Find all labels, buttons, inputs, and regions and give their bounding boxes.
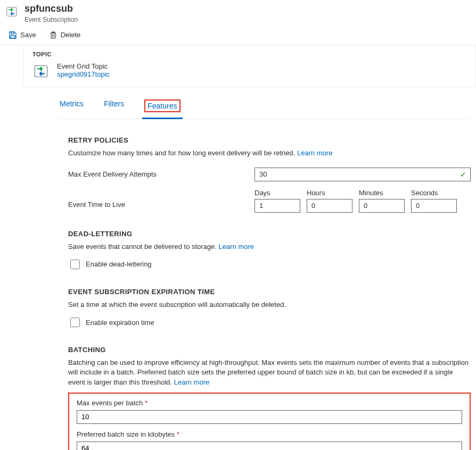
ttl-days-col: Days bbox=[255, 189, 300, 213]
page-subtitle: Event Subscription bbox=[24, 16, 78, 23]
svg-rect-2 bbox=[11, 36, 15, 38]
topic-link[interactable]: spegrid0917topic bbox=[57, 70, 110, 78]
retry-policies-section: RETRY POLICIES Customize how many times … bbox=[58, 136, 471, 213]
ttl-label: Event Time to Live bbox=[68, 189, 255, 209]
expiration-section: EVENT SUBSCRIPTION EXPIRATION TIME Set a… bbox=[58, 288, 471, 329]
topic-type: Event Grid Topic bbox=[57, 62, 110, 70]
tab-filters[interactable]: Filters bbox=[102, 96, 126, 119]
page-title: spfuncsub bbox=[24, 3, 78, 15]
batching-desc: Batching can be used to improve efficien… bbox=[68, 358, 471, 387]
max-attempts-label: Max Event Delivery Attempts bbox=[68, 170, 255, 178]
expiration-checkbox-label: Enable expiration time bbox=[86, 319, 154, 327]
ttl-days-label: Days bbox=[255, 189, 300, 197]
delete-icon bbox=[49, 31, 58, 39]
topic-section-label: TOPIC bbox=[32, 51, 467, 57]
eventgrid-icon bbox=[5, 5, 18, 18]
expiration-desc: Set a time at which the event subscripti… bbox=[68, 300, 471, 310]
deadletter-checkbox-row: Enable dead-lettering bbox=[68, 258, 471, 271]
topic-card: TOPIC Event Grid Topic spegrid0917topic bbox=[23, 45, 476, 87]
deadletter-section: DEAD-LETTERING Save events that cannot b… bbox=[58, 230, 471, 271]
expiration-checkbox-row: Enable expiration time bbox=[68, 316, 471, 329]
deadletter-learn-more-link[interactable]: Learn more bbox=[219, 243, 254, 251]
deadletter-desc: Save events that cannot be delivered to … bbox=[68, 242, 471, 252]
ttl-minutes-label: Minutes bbox=[359, 189, 405, 197]
topic-text: Event Grid Topic spegrid0917topic bbox=[57, 62, 110, 78]
page-header: spfuncsub Event Subscription bbox=[0, 0, 476, 28]
ttl-hours-input[interactable] bbox=[307, 199, 352, 213]
batching-title: BATCHING bbox=[68, 346, 471, 354]
max-events-input[interactable] bbox=[77, 410, 462, 424]
ttl-minutes-col: Minutes bbox=[359, 189, 405, 213]
svg-rect-1 bbox=[11, 32, 14, 34]
save-button[interactable]: Save bbox=[6, 30, 38, 40]
svg-rect-3 bbox=[51, 33, 55, 38]
retry-title: RETRY POLICIES bbox=[68, 136, 471, 144]
deadletter-checkbox[interactable] bbox=[70, 260, 80, 269]
tab-bar: Metrics Filters Features bbox=[58, 96, 471, 119]
batch-size-label: Preferred batch size in kilobytes * bbox=[77, 430, 462, 438]
expiration-title: EVENT SUBSCRIPTION EXPIRATION TIME bbox=[68, 288, 471, 296]
batching-highlight-box: Max events per batch * Preferred batch s… bbox=[68, 393, 471, 450]
deadletter-checkbox-label: Enable dead-lettering bbox=[86, 260, 152, 268]
batching-section: BATCHING Batching can be used to improve… bbox=[58, 346, 471, 450]
retry-desc: Customize how many times and for how lon… bbox=[68, 148, 471, 158]
max-attempts-wrapper bbox=[255, 168, 471, 181]
batch-size-input[interactable] bbox=[77, 441, 462, 450]
max-events-label: Max events per batch * bbox=[77, 399, 462, 407]
max-events-group: Max events per batch * bbox=[77, 399, 462, 424]
ttl-hours-col: Hours bbox=[307, 189, 352, 213]
tab-metrics[interactable]: Metrics bbox=[58, 96, 86, 119]
max-attempts-row: Max Event Delivery Attempts bbox=[68, 168, 471, 181]
delete-button[interactable]: Delete bbox=[47, 30, 83, 40]
tab-features-label: Features bbox=[144, 99, 180, 112]
ttl-hours-label: Hours bbox=[307, 189, 352, 197]
ttl-seconds-label: Seconds bbox=[411, 189, 457, 197]
command-bar: Save Delete bbox=[0, 28, 476, 45]
ttl-row: Event Time to Live Days Hours Minutes Se… bbox=[68, 189, 471, 213]
title-block: spfuncsub Event Subscription bbox=[24, 3, 78, 23]
required-asterisk: * bbox=[145, 399, 147, 407]
ttl-minutes-input[interactable] bbox=[359, 199, 405, 213]
batch-size-group: Preferred batch size in kilobytes * bbox=[77, 430, 462, 450]
expiration-checkbox[interactable] bbox=[70, 318, 80, 327]
deadletter-title: DEAD-LETTERING bbox=[68, 230, 471, 238]
ttl-seconds-input[interactable] bbox=[411, 199, 457, 213]
delete-label: Delete bbox=[61, 31, 81, 39]
main-content: Metrics Filters Features RETRY POLICIES … bbox=[0, 87, 476, 450]
batching-learn-more-link[interactable]: Learn more bbox=[174, 378, 209, 386]
save-icon bbox=[9, 31, 17, 39]
retry-learn-more-link[interactable]: Learn more bbox=[297, 149, 332, 157]
save-label: Save bbox=[20, 31, 36, 39]
ttl-seconds-col: Seconds bbox=[411, 189, 457, 213]
required-asterisk: * bbox=[177, 430, 179, 438]
ttl-days-input[interactable] bbox=[255, 199, 300, 213]
eventgrid-topic-icon bbox=[32, 63, 50, 80]
tab-features[interactable]: Features bbox=[142, 96, 182, 119]
max-attempts-input[interactable] bbox=[255, 168, 471, 181]
